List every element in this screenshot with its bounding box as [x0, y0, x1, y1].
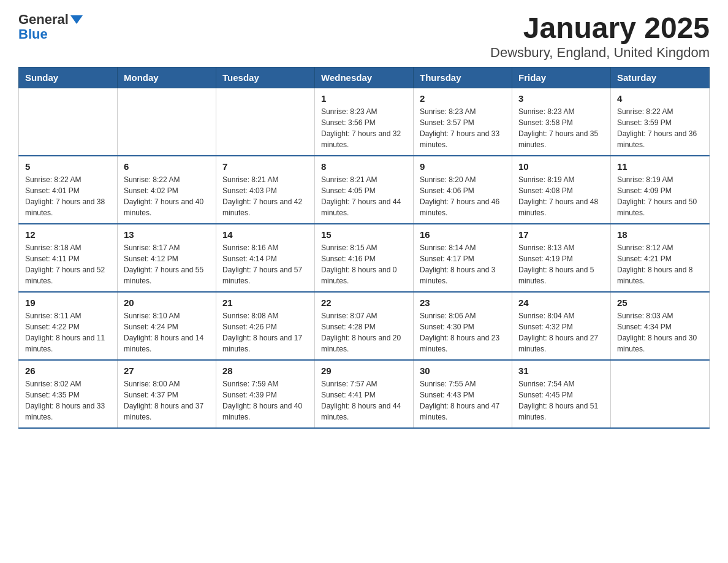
page-header: General Blue January 2025 Dewsbury, Engl… [18, 12, 710, 61]
day-info: Sunrise: 8:16 AMSunset: 4:14 PMDaylight:… [222, 242, 308, 286]
calendar-header-monday: Monday [118, 67, 216, 88]
day-number: 8 [321, 161, 407, 172]
day-info: Sunrise: 8:15 AMSunset: 4:16 PMDaylight:… [321, 242, 407, 286]
calendar-cell: 24Sunrise: 8:04 AMSunset: 4:32 PMDayligh… [512, 292, 611, 360]
day-info: Sunrise: 8:12 AMSunset: 4:21 PMDaylight:… [617, 242, 703, 286]
day-number: 28 [222, 366, 308, 376]
calendar-week-row-5: 26Sunrise: 8:02 AMSunset: 4:35 PMDayligh… [19, 360, 710, 428]
calendar-cell: 30Sunrise: 7:55 AMSunset: 4:43 PMDayligh… [414, 360, 512, 428]
calendar-cell: 20Sunrise: 8:10 AMSunset: 4:24 PMDayligh… [118, 292, 216, 360]
calendar-cell [19, 88, 118, 156]
day-number: 31 [518, 366, 604, 376]
calendar-cell [118, 88, 216, 156]
day-info: Sunrise: 7:57 AMSunset: 4:41 PMDaylight:… [321, 378, 407, 423]
day-info: Sunrise: 8:21 AMSunset: 4:03 PMDaylight:… [222, 174, 308, 218]
calendar-cell: 5Sunrise: 8:22 AMSunset: 4:01 PMDaylight… [19, 156, 118, 224]
day-number: 25 [617, 297, 703, 308]
day-number: 29 [321, 366, 407, 376]
day-number: 22 [321, 297, 407, 308]
calendar-cell: 29Sunrise: 7:57 AMSunset: 4:41 PMDayligh… [315, 360, 414, 428]
day-info: Sunrise: 8:17 AMSunset: 4:12 PMDaylight:… [124, 242, 210, 286]
day-info: Sunrise: 8:11 AMSunset: 4:22 PMDaylight:… [25, 310, 111, 354]
day-number: 13 [124, 229, 210, 240]
calendar-cell: 28Sunrise: 7:59 AMSunset: 4:39 PMDayligh… [216, 360, 315, 428]
calendar-cell: 18Sunrise: 8:12 AMSunset: 4:21 PMDayligh… [611, 224, 710, 292]
calendar-cell [611, 360, 710, 428]
calendar-cell: 21Sunrise: 8:08 AMSunset: 4:26 PMDayligh… [216, 292, 315, 360]
calendar-cell: 6Sunrise: 8:22 AMSunset: 4:02 PMDaylight… [118, 156, 216, 224]
calendar-week-row-3: 12Sunrise: 8:18 AMSunset: 4:11 PMDayligh… [19, 224, 710, 292]
day-info: Sunrise: 8:14 AMSunset: 4:17 PMDaylight:… [420, 242, 506, 286]
day-info: Sunrise: 8:10 AMSunset: 4:24 PMDaylight:… [124, 310, 210, 354]
day-info: Sunrise: 7:54 AMSunset: 4:45 PMDaylight:… [518, 378, 604, 423]
day-info: Sunrise: 8:22 AMSunset: 3:59 PMDaylight:… [617, 106, 703, 150]
calendar-cell: 13Sunrise: 8:17 AMSunset: 4:12 PMDayligh… [118, 224, 216, 292]
day-info: Sunrise: 8:20 AMSunset: 4:06 PMDaylight:… [420, 174, 506, 218]
day-info: Sunrise: 8:06 AMSunset: 4:30 PMDaylight:… [420, 310, 506, 354]
day-info: Sunrise: 8:07 AMSunset: 4:28 PMDaylight:… [321, 310, 407, 354]
day-info: Sunrise: 8:23 AMSunset: 3:58 PMDaylight:… [518, 106, 604, 150]
day-info: Sunrise: 8:04 AMSunset: 4:32 PMDaylight:… [518, 310, 604, 354]
logo-blue-text: Blue [18, 27, 48, 42]
day-info: Sunrise: 8:02 AMSunset: 4:35 PMDaylight:… [25, 378, 111, 423]
calendar-week-row-1: 1Sunrise: 8:23 AMSunset: 3:56 PMDaylight… [19, 88, 710, 156]
day-number: 2 [420, 93, 506, 104]
calendar-header-friday: Friday [512, 67, 611, 88]
day-number: 7 [222, 161, 308, 172]
day-number: 23 [420, 297, 506, 308]
calendar-cell: 22Sunrise: 8:07 AMSunset: 4:28 PMDayligh… [315, 292, 414, 360]
day-number: 14 [222, 229, 308, 240]
calendar-cell: 25Sunrise: 8:03 AMSunset: 4:34 PMDayligh… [611, 292, 710, 360]
day-info: Sunrise: 8:19 AMSunset: 4:08 PMDaylight:… [518, 174, 604, 218]
day-number: 1 [321, 93, 407, 104]
day-number: 10 [518, 161, 604, 172]
calendar-cell: 26Sunrise: 8:02 AMSunset: 4:35 PMDayligh… [19, 360, 118, 428]
calendar-header-thursday: Thursday [414, 67, 512, 88]
calendar-cell: 19Sunrise: 8:11 AMSunset: 4:22 PMDayligh… [19, 292, 118, 360]
day-info: Sunrise: 8:22 AMSunset: 4:02 PMDaylight:… [124, 174, 210, 218]
calendar-cell: 17Sunrise: 8:13 AMSunset: 4:19 PMDayligh… [512, 224, 611, 292]
calendar-cell: 9Sunrise: 8:20 AMSunset: 4:06 PMDaylight… [414, 156, 512, 224]
day-number: 21 [222, 297, 308, 308]
calendar-cell: 12Sunrise: 8:18 AMSunset: 4:11 PMDayligh… [19, 224, 118, 292]
day-number: 20 [124, 297, 210, 308]
day-info: Sunrise: 8:03 AMSunset: 4:34 PMDaylight:… [617, 310, 703, 354]
calendar-table: SundayMondayTuesdayWednesdayThursdayFrid… [18, 67, 710, 429]
calendar-header-saturday: Saturday [611, 67, 710, 88]
day-number: 15 [321, 229, 407, 240]
calendar-cell: 23Sunrise: 8:06 AMSunset: 4:30 PMDayligh… [414, 292, 512, 360]
day-number: 24 [518, 297, 604, 308]
calendar-cell [216, 88, 315, 156]
day-info: Sunrise: 8:19 AMSunset: 4:09 PMDaylight:… [617, 174, 703, 218]
day-number: 3 [518, 93, 604, 104]
calendar-cell: 10Sunrise: 8:19 AMSunset: 4:08 PMDayligh… [512, 156, 611, 224]
calendar-cell: 15Sunrise: 8:15 AMSunset: 4:16 PMDayligh… [315, 224, 414, 292]
calendar-cell: 4Sunrise: 8:22 AMSunset: 3:59 PMDaylight… [611, 88, 710, 156]
title-block: January 2025 Dewsbury, England, United K… [490, 12, 710, 61]
day-number: 19 [25, 297, 111, 308]
calendar-cell: 1Sunrise: 8:23 AMSunset: 3:56 PMDaylight… [315, 88, 414, 156]
day-number: 26 [25, 366, 111, 376]
calendar-cell: 7Sunrise: 8:21 AMSunset: 4:03 PMDaylight… [216, 156, 315, 224]
calendar-cell: 3Sunrise: 8:23 AMSunset: 3:58 PMDaylight… [512, 88, 611, 156]
calendar-week-row-2: 5Sunrise: 8:22 AMSunset: 4:01 PMDaylight… [19, 156, 710, 224]
logo: General Blue [18, 12, 83, 42]
day-number: 18 [617, 229, 703, 240]
calendar-cell: 11Sunrise: 8:19 AMSunset: 4:09 PMDayligh… [611, 156, 710, 224]
day-number: 6 [124, 161, 210, 172]
day-number: 9 [420, 161, 506, 172]
day-number: 12 [25, 229, 111, 240]
calendar-header-wednesday: Wednesday [315, 67, 414, 88]
day-info: Sunrise: 8:13 AMSunset: 4:19 PMDaylight:… [518, 242, 604, 286]
calendar-cell: 16Sunrise: 8:14 AMSunset: 4:17 PMDayligh… [414, 224, 512, 292]
calendar-cell: 14Sunrise: 8:16 AMSunset: 4:14 PMDayligh… [216, 224, 315, 292]
day-number: 11 [617, 161, 703, 172]
day-number: 16 [420, 229, 506, 240]
calendar-week-row-4: 19Sunrise: 8:11 AMSunset: 4:22 PMDayligh… [19, 292, 710, 360]
page-subtitle: Dewsbury, England, United Kingdom [490, 45, 710, 61]
day-number: 27 [124, 366, 210, 376]
day-info: Sunrise: 7:59 AMSunset: 4:39 PMDaylight:… [222, 378, 308, 423]
day-number: 17 [518, 229, 604, 240]
day-number: 30 [420, 366, 506, 376]
calendar-cell: 8Sunrise: 8:21 AMSunset: 4:05 PMDaylight… [315, 156, 414, 224]
